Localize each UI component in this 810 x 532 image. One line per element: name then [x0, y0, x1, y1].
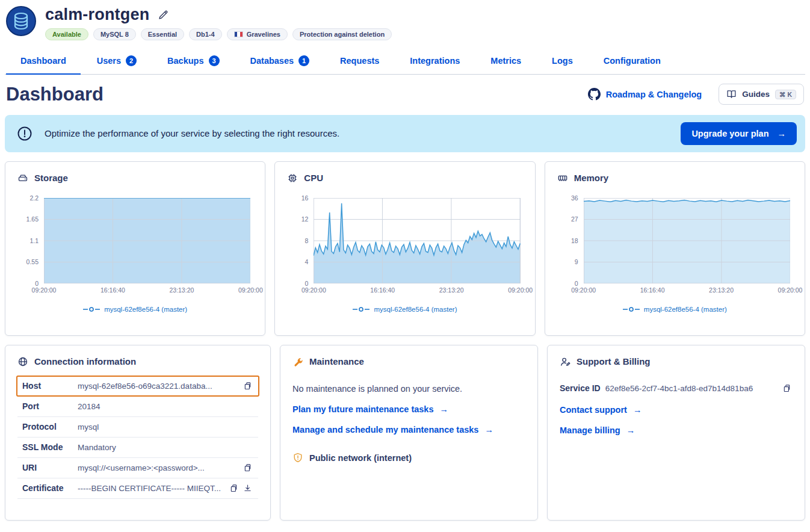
storage-card: Storage 00.551.11.652.2 09:20:0016:16:40… [5, 161, 265, 336]
upgrade-label: Upgrade your plan [691, 129, 768, 138]
chart-legend[interactable]: mysql-62ef8e56-4 (master) [17, 306, 253, 313]
cpu-card: CPU 0481216 09:20:0016:16:4023:13:2009:2… [274, 161, 535, 336]
connection-row-uri: URI mysql://<username>:<password>... [17, 458, 258, 478]
tab-configuration[interactable]: Configuration [602, 49, 662, 74]
connection-row-certificate: Certificate -----BEGIN CERTIFICATE----- … [17, 478, 258, 499]
tab-users[interactable]: Users2 [96, 49, 138, 74]
copy-icon[interactable] [781, 383, 793, 394]
row-label: Protocol [22, 422, 78, 431]
connection-card: Connection information Host mysql-62ef8e… [5, 345, 271, 521]
tab-requests[interactable]: Requests [339, 49, 380, 74]
manage-maintenance-link[interactable]: Manage and schedule my maintenance tasks… [292, 425, 493, 435]
tab-metrics[interactable]: Metrics [489, 49, 522, 74]
tab-logs[interactable]: Logs [551, 49, 574, 74]
link-label: Manage and schedule my maintenance tasks [292, 425, 478, 435]
shield-warning-icon [292, 453, 303, 463]
card-title-label: Connection information [34, 356, 136, 367]
plot-area [314, 198, 520, 283]
row-value: Mandatory [78, 443, 253, 452]
wrench-icon [292, 356, 303, 367]
tab-integrations[interactable]: Integrations [409, 49, 461, 74]
page-title: Dashboard [6, 84, 104, 105]
row-label: SSL Mode [22, 442, 78, 452]
card-title-label: Support & Billing [577, 356, 650, 367]
copy-icon[interactable] [242, 380, 253, 392]
arrow-right-icon: → [633, 405, 642, 415]
guides-label: Guides [742, 90, 770, 99]
network-access-info: Public network (internet) [292, 453, 525, 463]
y-axis: 0481216 [287, 198, 314, 283]
chart-legend[interactable]: mysql-62ef8e56-4 (master) [287, 306, 522, 313]
roadmap-changelog-link[interactable]: Roadmap & Changelog [588, 88, 702, 101]
users-count-badge: 2 [126, 55, 137, 66]
arrow-right-icon: → [626, 425, 635, 435]
copy-icon[interactable] [242, 462, 253, 474]
tab-label: Users [97, 56, 121, 66]
manage-billing-link[interactable]: Manage billing → [560, 425, 635, 435]
globe-icon [17, 356, 28, 367]
upgrade-banner: Optimize the performance of your service… [5, 115, 805, 152]
card-title-label: Storage [34, 173, 68, 183]
tab-label: Integrations [410, 56, 460, 66]
tab-label: Requests [340, 56, 379, 66]
row-value: mysql://<username>:<password>... [78, 463, 240, 472]
engine-badge: MySQL 8 [93, 28, 136, 40]
card-title-label: Memory [574, 173, 609, 183]
service-id-label: Service ID [560, 383, 601, 393]
storage-chart: 00.551.11.652.2 09:20:0016:16:4023:13:20… [17, 198, 253, 313]
network-label: Public network (internet) [309, 453, 412, 463]
link-label: Plan my future maintenance tasks [292, 404, 434, 414]
legend-label: mysql-62ef8e56-4 (master) [374, 306, 457, 313]
copy-icon[interactable] [228, 483, 240, 494]
maintenance-message: No maintenance is planned on your servic… [292, 384, 525, 394]
service-id-row: Service ID 62ef8e56-2cf7-4bc1-afd8-ed7b1… [560, 383, 793, 394]
memory-card: Memory 09182736 09:20:0016:16:4023:13:20… [545, 161, 805, 336]
service-id-value: 62ef8e56-2cf7-4bc1-afd8-ed7b14d81ba6 [605, 384, 774, 393]
guides-shortcut: ⌘ K [775, 90, 796, 99]
tab-backups[interactable]: Backups3 [166, 49, 220, 74]
cpu-chip-icon [287, 173, 298, 184]
page-head: Dashboard Roadmap & Changelog Guides ⌘ K [5, 84, 805, 105]
france-flag-icon [234, 31, 243, 37]
edit-name-pencil-icon[interactable] [156, 8, 170, 22]
info-row: Connection information Host mysql-62ef8e… [5, 345, 805, 521]
download-icon[interactable] [242, 483, 253, 494]
link-label: Manage billing [560, 425, 620, 435]
service-header: calm-rontgen Available MySQL 8 Essential… [5, 5, 805, 40]
contact-support-link[interactable]: Contact support → [560, 405, 642, 415]
memory-chart: 09182736 09:20:0016:16:4023:13:2009:20:0… [557, 198, 793, 313]
row-label: Host [22, 381, 78, 391]
card-title-label: CPU [304, 173, 323, 183]
arrow-right-icon: → [439, 404, 448, 414]
upgrade-plan-button[interactable]: Upgrade your plan → [681, 122, 797, 145]
tab-databases[interactable]: Databases1 [249, 49, 311, 74]
tab-label: Dashboard [20, 56, 66, 66]
github-icon [588, 88, 601, 101]
region-label: Gravelines [247, 31, 280, 38]
tab-label: Metrics [490, 56, 521, 66]
card-title-label: Maintenance [309, 356, 364, 367]
backups-count-badge: 3 [209, 55, 220, 66]
tab-label: Logs [552, 56, 573, 66]
link-label: Contact support [560, 405, 627, 415]
support-card: Support & Billing Service ID 62ef8e56-2c… [547, 345, 805, 521]
tab-label: Backups [167, 56, 203, 66]
tab-dashboard[interactable]: Dashboard [19, 49, 67, 74]
row-label: URI [22, 463, 78, 472]
y-axis: 00.551.11.652.2 [17, 198, 44, 283]
databases-count-badge: 1 [298, 55, 309, 66]
badge-row: Available MySQL 8 Essential Db1-4 Gravel… [45, 28, 392, 40]
legend-label: mysql-62ef8e56-4 (master) [104, 306, 187, 313]
charts-row: Storage 00.551.11.652.2 09:20:0016:16:40… [5, 161, 805, 336]
legend-marker-icon [83, 306, 100, 312]
info-icon [17, 126, 32, 141]
connection-row-port: Port 20184 [17, 397, 258, 417]
guides-button[interactable]: Guides ⌘ K [719, 84, 804, 105]
row-value: 20184 [78, 402, 253, 411]
chart-legend[interactable]: mysql-62ef8e56-4 (master) [557, 306, 793, 313]
plan-maintenance-link[interactable]: Plan my future maintenance tasks → [292, 404, 448, 414]
region-badge: Gravelines [227, 28, 288, 40]
tab-label: Configuration [604, 56, 661, 66]
support-person-icon [560, 356, 570, 367]
row-label: Certificate [22, 483, 78, 493]
